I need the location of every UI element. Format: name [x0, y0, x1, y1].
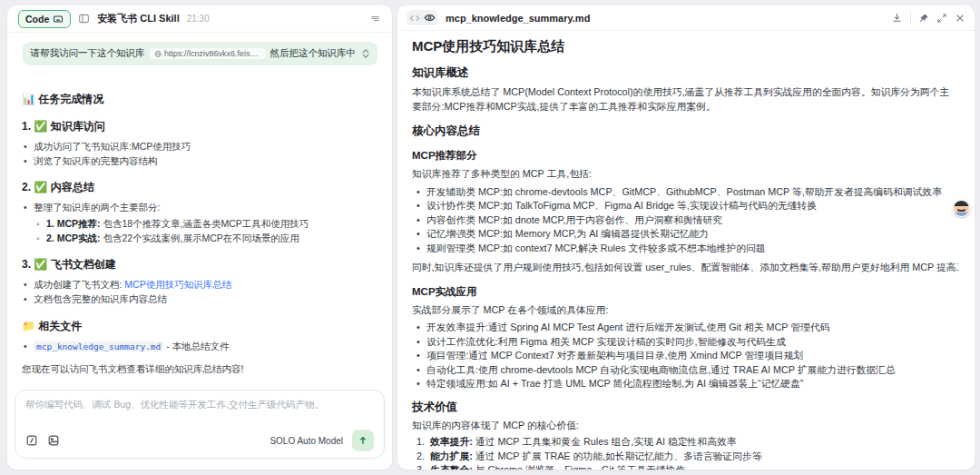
section1-heading: 1. ✅ 知识库访问	[22, 119, 377, 134]
practice-intro: 实战部分展示了 MCP 在各个领域的具体应用:	[412, 303, 958, 318]
pin-icon[interactable]	[918, 13, 929, 24]
session-time: 21:30	[187, 14, 210, 24]
globe-icon	[154, 50, 162, 58]
preview-header: mcp_knowledge_summary.md	[397, 5, 975, 31]
list-item: 文档包含完整的知识库内容总结	[22, 292, 377, 306]
list-item: 项目管理:通过 MCP Context7 对齐最新架构与项目目录,使用 Xmin…	[412, 349, 958, 363]
practice-heading: MCP实战应用	[412, 285, 958, 298]
chat-scroll-area[interactable]: 请帮我访问一下这个知识库 https://lcnziv86vkx6.feishu…	[7, 33, 392, 382]
list-item: 内容创作类 MCP:如 dnote MCP,用于内容创作、用户洞察和舆情研究	[412, 213, 958, 228]
send-button[interactable]	[352, 430, 374, 451]
list-item: 2. MCP实战: 包含22个实战案例,展示MCP在不同场景的应用	[34, 231, 377, 245]
view-mode-toggle	[407, 10, 438, 25]
core-heading: 核心内容总结	[412, 124, 958, 138]
mode-tab-code[interactable]: Code	[18, 10, 71, 28]
list-item: 设计协作类 MCP:如 TalkToFigma MCP、Figma AI Bri…	[412, 199, 958, 213]
list-item: 记忆增强类 MCP:如 Memory MCP,为 AI 编辑器提供长期记忆能力	[412, 227, 958, 242]
list-item: 规则管理类 MCP:如 context7 MCP,解决 Rules 文件较多或不…	[412, 242, 958, 256]
closing-text: 您现在可以访问飞书文档查看详细的知识库总结内容!	[22, 363, 377, 376]
reco-intro: 知识库推荐了多种类型的 MCP 工具,包括:	[412, 167, 958, 182]
list-item: 自动化工具:使用 chrome-devtools MCP 自动化实现电商物流信息…	[412, 363, 958, 378]
knowledge-link-chip[interactable]: https://lcnziv86vkx6.feishu...	[150, 48, 266, 59]
list-item: 1. 效率提升: 通过 MCP 工具集和黄金 Rules 组合,实现 AI 稳定…	[412, 435, 958, 450]
chat-header: Code 安装飞书 CLI Skill 21:30	[7, 5, 392, 33]
assistant-avatar[interactable]	[953, 200, 970, 217]
history-panel-icon[interactable]	[369, 13, 381, 25]
list-item: 整理了知识库的两个主要部分:	[22, 200, 377, 214]
list-item: 3. 生态整合: 与 Chrome 浏览器、Figma、Git 等工具无缝协作	[412, 463, 958, 470]
session-title: 安装飞书 CLI Skill	[97, 12, 179, 25]
overview-text: 本知识库系统总结了 MCP(Model Context Protocol)的使用…	[412, 85, 958, 114]
list-item: 特定领域应用:如 AI + Trae 打造 UML MCP 简化流程图绘制,为 …	[412, 377, 958, 391]
value-intro: 知识库的内容体现了 MCP 的核心价值:	[412, 419, 958, 433]
preview-panel: mcp_knowledge_summary.md MCP使用技巧知识库总结 知识…	[397, 5, 975, 470]
chat-input[interactable]	[25, 399, 374, 430]
list-item: 开发效率提升:通过 Spring AI MCP Test Agent 进行后端开…	[412, 321, 958, 335]
list-item: 2. 能力扩展: 通过 MCP 扩展 TRAE 的功能,如长期记忆能力、多语言验…	[412, 450, 958, 464]
files-heading: 📁 相关文件	[22, 319, 377, 334]
divider	[910, 12, 911, 24]
image-attach-icon[interactable]	[47, 434, 60, 447]
feishu-doc-link[interactable]: MCP使用技巧知识库总结	[124, 279, 231, 290]
section3-heading: 3. ✅ 飞书文档创建	[22, 257, 377, 272]
user-message-bubble: 请帮我访问一下这个知识库 https://lcnziv86vkx6.feishu…	[23, 42, 378, 65]
sidebar-toggle-icon[interactable]	[78, 13, 90, 25]
status-heading: 📊 任务完成情况	[22, 92, 377, 107]
model-selector[interactable]: SOLO Auto Model	[270, 436, 343, 446]
value-heading: 技术价值	[412, 401, 958, 414]
markdown-preview[interactable]: MCP使用技巧知识库总结 知识库概述 本知识库系统总结了 MCP(Model C…	[397, 31, 975, 470]
preview-eye-icon[interactable]	[424, 12, 436, 24]
mode-tab-label: Code	[25, 14, 49, 25]
user-message-text-before: 请帮我访问一下这个知识库	[31, 47, 145, 60]
list-item: 成功访问了飞书知识库:MCP使用技巧	[22, 139, 377, 153]
download-icon[interactable]	[891, 12, 903, 24]
reco-outro: 同时,知识库还提供了用户规则使用技巧,包括如何设置 user_rules、配置智…	[412, 261, 958, 275]
doc-title: MCP使用技巧知识库总结	[412, 38, 958, 54]
user-message-text-after: 然后把这个知识库中	[270, 47, 357, 60]
preview-filename: mcp_knowledge_summary.md	[446, 13, 590, 24]
code-view-icon[interactable]	[409, 13, 420, 24]
knowledge-link-url: https://lcnziv86vkx6.feishu...	[164, 49, 260, 58]
list-item: 1. MCP推荐: 包含18个推荐文章,涵盖各类MCP工具和使用技巧	[34, 216, 377, 231]
list-item: 成功创建了飞书文档: MCP使用技巧知识库总结	[22, 277, 377, 292]
list-item: mcp_knowledge_summary.md - 本地总结文件	[22, 339, 377, 354]
expand-collapse-icon[interactable]	[362, 49, 369, 58]
list-item: 开发辅助类 MCP:如 chrome-devtools MCP、GitMCP、G…	[412, 185, 958, 200]
list-item: 设计工作流优化:利用 Figma 相关 MCP 实现设计稿的实时同步,智能修改与…	[412, 335, 958, 350]
chat-input-box[interactable]: SOLO Auto Model	[15, 390, 385, 459]
file-code-link[interactable]: mcp_knowledge_summary.md	[34, 341, 163, 351]
list-item: 浏览了知识库的完整内容结构	[22, 153, 377, 168]
overview-heading: 知识库概述	[412, 66, 958, 80]
section2-heading: 2. ✅ 内容总结	[22, 180, 377, 195]
reco-heading: MCP推荐部分	[412, 149, 958, 162]
slash-command-icon[interactable]	[25, 434, 38, 447]
close-icon[interactable]	[955, 13, 965, 24]
keyboard-icon	[53, 14, 64, 25]
chat-panel: Code 安装飞书 CLI Skill 21:30 请帮我访问一下这个知识库 h…	[7, 5, 392, 470]
fullscreen-icon[interactable]	[936, 13, 947, 24]
